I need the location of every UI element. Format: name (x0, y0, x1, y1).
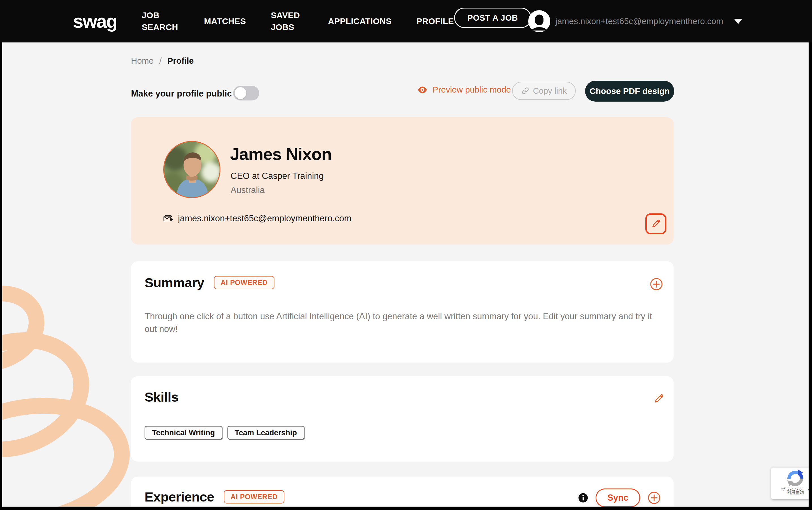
breadcrumb-current-page: Profile (167, 56, 194, 66)
skill-chip: Team Leadership (228, 426, 304, 440)
skill-chip: Technical Writing (145, 426, 222, 440)
summary-heading: Summary (145, 275, 204, 290)
preview-public-mode-link[interactable]: Preview public mode (417, 85, 511, 94)
profile-location: Australia (231, 185, 265, 195)
toggle-knob (235, 87, 246, 99)
preview-public-mode-label: Preview public mode (433, 85, 511, 94)
plus-circle-icon (650, 278, 663, 291)
decorative-swirl-graphic (2, 280, 144, 507)
sync-experience-button[interactable]: Sync (596, 488, 640, 507)
swag-logo[interactable]: swag (73, 10, 117, 32)
breadcrumb: Home / Profile (131, 56, 194, 66)
experience-actions: Sync (578, 488, 661, 507)
recaptcha-badge: プライバシー - 利用規約 (771, 468, 809, 499)
plus-circle-icon (648, 491, 661, 504)
experience-card: Experience AI POWERED Sync (131, 477, 674, 507)
experience-heading: Experience (145, 489, 214, 505)
nav-item-matches[interactable]: MATCHES (204, 15, 246, 27)
nav-item-profile[interactable]: PROFILE (416, 15, 454, 27)
profile-header-card: James Nixon CEO at Casper Training Austr… (131, 117, 674, 245)
email-send-icon (163, 214, 173, 223)
recaptcha-logo-icon (786, 469, 804, 487)
edit-skills-button[interactable] (651, 392, 664, 404)
copy-link-label: Copy link (533, 86, 567, 96)
post-a-job-button[interactable]: POST A JOB (454, 8, 531, 28)
nav-item-saved-jobs[interactable]: SAVED JOBS (271, 9, 303, 33)
make-profile-public-label: Make your profile public (131, 89, 232, 99)
account-email[interactable]: james.nixon+test65c@employmenthero.com (555, 17, 723, 26)
breadcrumb-separator: / (159, 56, 162, 66)
summary-placeholder-text: Through one click of a button use Artifi… (145, 310, 654, 335)
recaptcha-terms-link[interactable]: 利用規約 (771, 490, 809, 495)
account-avatar-icon[interactable] (528, 10, 550, 32)
main-content: Home / Profile Make your profile public … (2, 42, 809, 507)
breadcrumb-home-link[interactable]: Home (131, 56, 154, 66)
choose-pdf-design-button[interactable]: Choose PDF design (585, 81, 674, 102)
nav-links: JOB SEARCH MATCHES SAVED JOBS APPLICATIO… (142, 0, 454, 42)
account-menu-caret-icon[interactable] (734, 19, 743, 24)
link-icon (521, 87, 530, 95)
profile-email-text: james.nixon+test65c@employmenthero.com (178, 214, 351, 224)
profile-name: James Nixon (230, 144, 331, 164)
make-profile-public-toggle[interactable] (233, 86, 259, 101)
copy-link-button[interactable]: Copy link (512, 82, 576, 100)
skills-card: Skills Technical Writing Team Leadership (131, 376, 674, 462)
profile-photo (163, 141, 221, 198)
nav-item-job-search[interactable]: JOB SEARCH (142, 9, 179, 33)
ai-powered-badge: AI POWERED (214, 276, 274, 289)
pencil-icon (651, 219, 661, 229)
add-experience-button[interactable] (648, 491, 661, 504)
top-navigation-bar: swag JOB SEARCH MATCHES SAVED JOBS APPLI… (0, 0, 812, 42)
pencil-icon (652, 392, 664, 404)
ai-powered-badge: AI POWERED (224, 490, 284, 504)
profile-email-row: james.nixon+test65c@employmenthero.com (163, 214, 351, 224)
skill-chips: Technical Writing Team Leadership (145, 426, 304, 440)
eye-icon (417, 86, 428, 94)
info-icon[interactable] (578, 493, 588, 503)
skills-heading: Skills (145, 389, 178, 405)
add-summary-button[interactable] (650, 278, 663, 291)
summary-card: Summary AI POWERED Through one click of … (131, 261, 674, 363)
edit-profile-button[interactable] (645, 214, 666, 234)
profile-job-title: CEO at Casper Training (231, 171, 324, 181)
nav-item-applications[interactable]: APPLICATIONS (328, 15, 392, 27)
